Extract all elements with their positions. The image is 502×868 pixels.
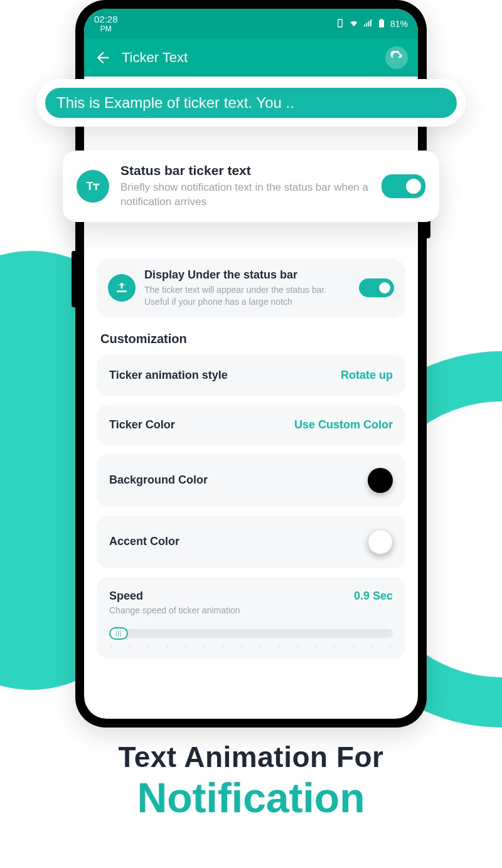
ticker-color-label: Ticker Color bbox=[109, 418, 175, 431]
svg-rect-0 bbox=[338, 19, 343, 27]
display-under-toggle[interactable] bbox=[359, 278, 394, 297]
customization-heading: Customization bbox=[97, 332, 405, 346]
slider-ticks: ················ bbox=[109, 643, 393, 650]
marketing-heading: Text Animation For Notification bbox=[0, 740, 502, 820]
status-bar: 02:28 PM 81% bbox=[84, 9, 418, 39]
app-header: Ticker Text bbox=[84, 39, 418, 77]
refresh-button[interactable] bbox=[385, 46, 408, 69]
header-title: Ticker Text bbox=[122, 50, 385, 66]
row-accent-color[interactable]: Accent Color bbox=[97, 516, 405, 568]
ticker-text-icon: Tᴛ bbox=[77, 170, 109, 203]
marketing-line1: Text Animation For bbox=[0, 740, 502, 774]
example-ticker-pill: This is Example of ticker text. You .. bbox=[45, 88, 457, 118]
card2-title: Display Under the status bar bbox=[144, 268, 350, 282]
row-ticker-color[interactable]: Ticker Color Use Custom Color bbox=[97, 405, 405, 445]
card1-desc: Briefly show notification text in the st… bbox=[120, 181, 370, 209]
bg-color-swatch[interactable] bbox=[368, 468, 393, 493]
speed-label: Speed bbox=[109, 590, 143, 603]
row-animation-style[interactable]: Ticker animation style Rotate up bbox=[97, 355, 405, 396]
svg-rect-1 bbox=[379, 19, 384, 27]
display-under-icon bbox=[108, 274, 136, 302]
wifi-icon bbox=[349, 18, 359, 30]
phone-power-button bbox=[72, 251, 75, 307]
content-area: Display Under the status bar The ticker … bbox=[84, 184, 418, 719]
clock-ampm: PM bbox=[94, 25, 118, 33]
row-speed[interactable]: Speed 0.9 Sec Change speed of ticker ani… bbox=[97, 577, 405, 659]
accent-color-swatch[interactable] bbox=[368, 529, 393, 554]
status-bar-ticker-card[interactable]: Tᴛ Status bar ticker text Briefly show n… bbox=[63, 151, 439, 222]
anim-label: Ticker animation style bbox=[109, 369, 228, 382]
battery-icon bbox=[376, 18, 387, 30]
card1-title: Status bar ticker text bbox=[120, 163, 370, 178]
status-icons: 81% bbox=[335, 18, 408, 30]
device-icon bbox=[335, 18, 345, 30]
status-time: 02:28 PM bbox=[94, 14, 118, 33]
ticker-color-value: Use Custom Color bbox=[294, 418, 393, 431]
anim-value: Rotate up bbox=[341, 369, 393, 382]
speed-sub: Change speed of ticker animation bbox=[109, 605, 393, 615]
marketing-line2: Notification bbox=[0, 776, 502, 820]
example-pill-container: This is Example of ticker text. You .. bbox=[36, 79, 466, 127]
card2-desc: The ticker text will appear under the st… bbox=[144, 284, 350, 308]
bg-color-label: Background Color bbox=[109, 474, 208, 487]
battery-percent: 81% bbox=[390, 19, 408, 29]
signal-icon bbox=[363, 18, 373, 30]
back-button[interactable] bbox=[94, 49, 112, 66]
speed-slider[interactable] bbox=[109, 629, 393, 638]
row-background-color[interactable]: Background Color bbox=[97, 454, 405, 507]
accent-color-label: Accent Color bbox=[109, 535, 179, 548]
svg-rect-2 bbox=[380, 19, 383, 20]
display-under-status-bar-card[interactable]: Display Under the status bar The ticker … bbox=[97, 258, 405, 318]
clock: 02:28 bbox=[94, 14, 118, 25]
status-bar-ticker-toggle[interactable] bbox=[382, 174, 425, 198]
speed-value: 0.9 Sec bbox=[354, 590, 393, 603]
speed-slider-thumb[interactable] bbox=[109, 627, 128, 640]
